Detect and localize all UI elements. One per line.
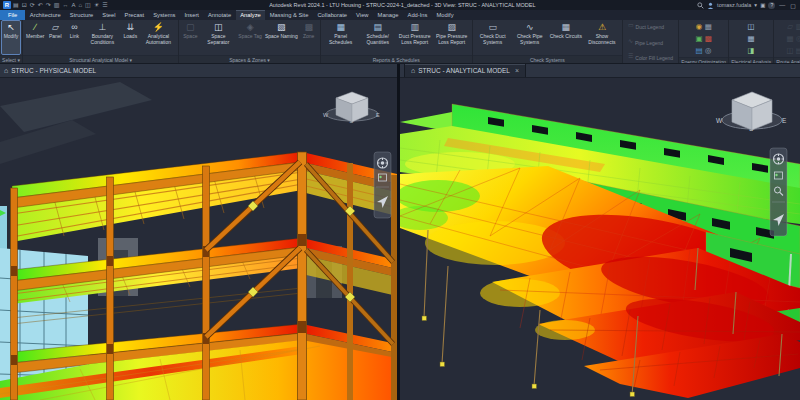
button-label: Link — [70, 34, 79, 40]
button-member[interactable]: ∕Member — [25, 21, 45, 54]
generate-insight-icon[interactable]: ▤ — [696, 45, 703, 56]
button-space-naming[interactable]: ▧Space Naming — [264, 21, 299, 54]
button-panel[interactable]: ▱Panel — [46, 21, 64, 54]
energy-settings-icon[interactable]: ◉ — [696, 21, 703, 32]
button-check-duct-systems[interactable]: ▭Check Duct Systems — [475, 21, 511, 54]
tab-architecture[interactable]: Architecture — [25, 10, 65, 20]
viewport-area: ⌂ STRUC - PHYSICAL MODEL — [0, 64, 800, 400]
ribbon-group-label[interactable]: Reports & Schedules — [321, 55, 472, 63]
button-pipe-legend: ∿Pipe Legend — [627, 37, 674, 51]
tab-steel[interactable]: Steel — [98, 10, 120, 20]
revit-logo-icon[interactable]: R — [3, 1, 11, 9]
button-boundary-conditions[interactable]: ⊥Boundary Conditions — [84, 21, 120, 54]
tab-systems[interactable]: Systems — [149, 10, 180, 20]
help-icon[interactable]: ? — [768, 2, 775, 9]
ribbon-group-label[interactable]: Check Systems — [473, 55, 622, 63]
steering-wheel-icon — [378, 158, 388, 168]
ribbon-group-label[interactable]: Spaces & Zones ▾ — [179, 55, 319, 63]
button-space-separator[interactable]: ◫Space Separator — [200, 21, 236, 54]
user-avatar-icon[interactable] — [707, 2, 714, 9]
quick-access-toolbar: ▤⊡⟳↶↷▥↔A⌂◫☀☰ — [13, 1, 108, 10]
title-bar-right: tomasz.fudala ▾ ▣ ? — ▢ — [697, 2, 797, 9]
tab-precast[interactable]: Precast — [120, 10, 149, 20]
default-3d-view-icon[interactable]: ⌂ — [78, 1, 82, 10]
save-icon[interactable]: ⊡ — [22, 1, 27, 10]
print-icon[interactable]: ▥ — [54, 1, 60, 10]
redo-icon[interactable]: ↷ — [46, 1, 51, 10]
thin-lines-icon[interactable]: ☰ — [102, 1, 107, 10]
ribbon-group-label[interactable]: Electrical Analysis — [729, 57, 773, 63]
app-store-icon[interactable]: ▣ — [760, 2, 765, 8]
ribbon-group-label[interactable]: Route Analysis ▾ — [774, 57, 800, 63]
text-icon[interactable]: A — [71, 1, 75, 10]
open-icon[interactable]: ▤ — [13, 1, 19, 10]
navigation-bar[interactable] — [374, 152, 391, 218]
svg-text:E: E — [376, 112, 380, 118]
navigation-bar[interactable] — [770, 148, 787, 236]
button-label: Member — [26, 34, 44, 40]
search-icon[interactable] — [697, 2, 704, 9]
button-label: Pipe Pressure Loss Report — [435, 34, 469, 45]
tab-file[interactable]: File — [0, 10, 25, 20]
hvac-systems-icon[interactable]: ▦ — [705, 21, 712, 32]
electrical-settings-icon[interactable]: ◫ — [748, 21, 755, 32]
render-icon[interactable]: ☀ — [94, 1, 99, 10]
button-label: Color Fill Legend — [635, 56, 673, 62]
heating-cooling-loads-icon[interactable]: ▩ — [705, 33, 712, 44]
sync-icon[interactable]: ⟳ — [30, 1, 35, 10]
demand-factors-icon[interactable]: ▦ — [748, 33, 755, 44]
tab-massing-site[interactable]: Massing & Site — [265, 10, 313, 20]
ribbon-group-label[interactable]: Structural Analytical Model ▾ — [23, 55, 178, 63]
button-analytical-automation[interactable]: ⚡Analytical Automation — [140, 21, 176, 54]
button-show-disconnects[interactable]: ⚠Show Disconnects — [584, 21, 620, 54]
user-name[interactable]: tomasz.fudala — [717, 2, 751, 8]
tab-insert[interactable]: Insert — [180, 10, 204, 20]
button-label: Pipe Legend — [635, 41, 663, 47]
ribbon-group-label[interactable]: Energy Optimization — [679, 57, 728, 63]
button-schedule-quantities[interactable]: ▤Schedule/ Quantities — [360, 21, 396, 54]
button-check-circuits[interactable]: ▦Check Circuits — [549, 21, 583, 54]
viewport-left-header[interactable]: ⌂ STRUC - PHYSICAL MODEL — [0, 64, 397, 78]
button-label: Loads — [124, 34, 138, 40]
button-color-fill-legend: ☰Color Fill Legend — [627, 52, 674, 64]
button-label: Boundary Conditions — [85, 34, 119, 45]
tab-modify[interactable]: Modify — [432, 10, 458, 20]
ribbon-group-select: ↖ModifySelect ▾ — [0, 20, 23, 63]
button-loads[interactable]: ⇊Loads — [121, 21, 139, 54]
button-panel-schedules[interactable]: ▦Panel Schedules — [323, 21, 359, 54]
tab-add-ins[interactable]: Add-Ins — [403, 10, 432, 20]
path-of-travel-icon: ▱ — [787, 21, 794, 32]
tab-view[interactable]: View — [352, 10, 373, 20]
tab-annotate[interactable]: Annotate — [203, 10, 235, 20]
location-icon[interactable]: ◎ — [705, 45, 712, 56]
tab-structure[interactable]: Structure — [65, 10, 98, 20]
restore-button[interactable]: ▢ — [789, 2, 797, 9]
tab-analyze[interactable]: Analyze — [236, 10, 266, 20]
button-pipe-pressure-loss-report[interactable]: ▨Pipe Pressure Loss Report — [434, 21, 470, 54]
physical-model-canvas[interactable]: W S E — [0, 78, 397, 400]
ribbon-group-energy-optimization: ◉▣▤▦▩◎Energy Optimization — [679, 20, 729, 63]
ribbon-group-label[interactable]: Select ▾ — [0, 55, 22, 63]
button-modify[interactable]: ↖Modify — [2, 21, 20, 54]
minimize-button[interactable]: — — [778, 2, 786, 8]
undo-icon[interactable]: ↶ — [38, 1, 43, 10]
viewport-analytical-model: ⌂ STRUC - ANALYTICAL MODEL × — [400, 64, 800, 400]
ribbon-tab-row: File ArchitectureStructureSteelPrecastSy… — [0, 10, 800, 20]
button-label: Check Duct Systems — [476, 34, 510, 45]
section-icon[interactable]: ◫ — [85, 1, 91, 10]
button-label: Show Disconnects — [585, 34, 619, 45]
ribbon-group-spaces-zones: ▢Space◫Space Separator◈Space Tag▧Space N… — [179, 20, 320, 63]
analytical-model-canvas[interactable]: W S E — [400, 78, 800, 400]
user-dropdown-icon[interactable]: ▾ — [754, 2, 757, 8]
button-duct-pressure-loss-report[interactable]: ▥Duct Pressure Loss Report — [397, 21, 433, 54]
button-check-pipe-systems[interactable]: ∿Check Pipe Systems — [512, 21, 548, 54]
close-view-icon[interactable]: × — [515, 67, 519, 74]
button-duct-legend: ▭Duct Legend — [627, 21, 674, 35]
create-energy-model-icon[interactable]: ▣ — [696, 33, 703, 44]
analytical-distribution-icon[interactable]: ◨ — [748, 45, 755, 56]
tab-collaborate[interactable]: Collaborate — [313, 10, 352, 20]
view-tab-analytical[interactable]: ⌂ STRUC - ANALYTICAL MODEL × — [404, 64, 526, 77]
measure-icon[interactable]: ↔ — [62, 1, 68, 10]
tab-manage[interactable]: Manage — [373, 10, 403, 20]
button-link[interactable]: ∞Link — [65, 21, 83, 54]
